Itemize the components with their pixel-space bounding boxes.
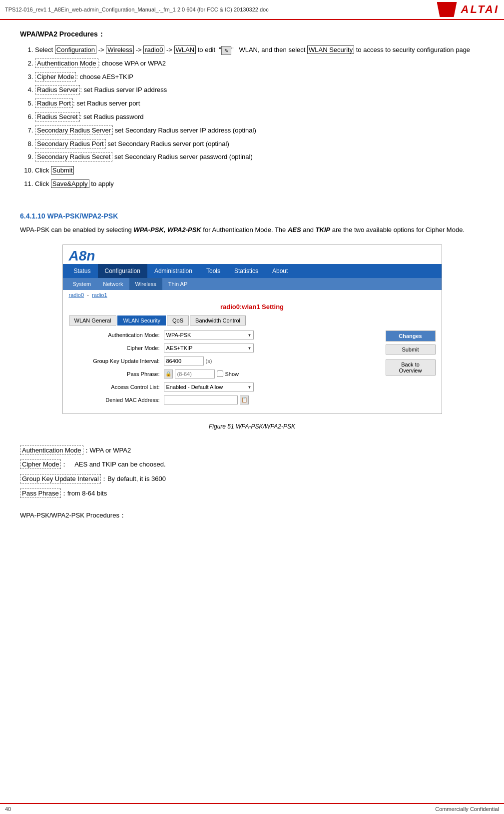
desc-auth-mode-label: Authentication Mode (20, 446, 83, 455)
auth-mode-select-wrapper[interactable]: WPA-PSK WPA WPA2 WPA2-PSK (164, 330, 254, 340)
nav-about[interactable]: About (265, 264, 295, 278)
mockup-tabs[interactable]: WLAN General WLAN Security QoS Bandwidth… (63, 314, 442, 326)
secondary-radius-server-label: Secondary Radius Server (35, 126, 113, 135)
mockup-sidebar: Changes Submit Back to Overview (386, 330, 436, 408)
config-label: Configuration (55, 46, 96, 54)
form-row-denied-mac: Denied MAC Address: 📋 (69, 396, 380, 404)
step-5: Radius Port: set Radius server port (35, 98, 484, 109)
step-2: Authentication Mode: choose WPA or WPA2 (35, 58, 484, 69)
cipher-mode-select-wrapper[interactable]: AES+TKIP AES TKIP (164, 344, 254, 352)
acl-select-wrapper[interactable]: Enabled - Default Allow Disabled Enabled… (164, 382, 254, 392)
bold-tkip: TKIP (316, 226, 331, 234)
figure-caption: Figure 51 WPA-PSK/WPA2-PSK (20, 423, 484, 430)
cipher-mode-control[interactable]: AES+TKIP AES TKIP (164, 344, 254, 352)
group-key-input[interactable] (164, 356, 204, 366)
cipher-mode-label: Cipher Mode (35, 72, 76, 82)
group-key-field-label: Group Key Update Interval: (69, 358, 164, 364)
desc-cipher-mode-label: Cipher Mode (20, 460, 61, 469)
bold-wpa-psk: WPA-PSK, WPA2-PSK (133, 226, 201, 234)
doc-title: TPS12-016_rev1 1_A8Ein_web-admin_Configu… (5, 6, 269, 12)
pass-phrase-input[interactable] (175, 370, 215, 378)
breadcrumb-radio0[interactable]: radio0 (69, 292, 84, 298)
form-row-pass-phrase: Pass Phrase: 🔒 Show (69, 370, 380, 378)
show-pass-label: Show (225, 371, 239, 377)
auth-mode-field-label: Authentication Mode: (69, 332, 164, 338)
mockup-breadcrumb: radio0 - radio1 (63, 290, 442, 300)
desc-pass-phrase: Pass Phrase：from 8-64 bits (20, 488, 484, 499)
mockup-subnav[interactable]: System Network Wireless Thin AP (63, 278, 442, 290)
form-row-acl: Access Control List: Enabled - Default A… (69, 382, 380, 392)
confidential-label: Commercially Confidential (435, 806, 499, 812)
nav-status[interactable]: Status (67, 264, 98, 278)
mockup-body: Authentication Mode: WPA-PSK WPA WPA2 WP… (63, 326, 442, 414)
group-key-unit: (s) (206, 358, 212, 364)
step-8: Secondary Radius Port set Secondary Radi… (35, 139, 484, 150)
step-7: Secondary Radius Server set Secondary Ra… (35, 126, 484, 136)
step-10: Click Submit (35, 166, 484, 176)
radio-label: radio0 (143, 46, 164, 54)
denied-mac-control[interactable]: 📋 (164, 396, 249, 404)
auth-mode-label: Authentication Mode (35, 58, 98, 68)
tab-bandwidth-control[interactable]: Bandwidth Control (190, 316, 246, 326)
desc-group-key: Group Key Update Interval：By default, it… (20, 474, 484, 484)
section-intro-para: WPA-PSK can be enabled by selecting WPA-… (20, 225, 484, 236)
secondary-radius-secret-label: Secondary Radius Secret (35, 152, 112, 162)
edit-icon: ✎ (221, 46, 231, 55)
wlan-security-label: WLAN Security (307, 46, 354, 54)
doc-header: TPS12-016_rev1 1_A8Ein_web-admin_Configu… (0, 0, 504, 20)
subnav-wireless[interactable]: Wireless (129, 278, 162, 290)
page-content: WPA/WPA2 Procedures： Select Configuratio… (0, 20, 504, 536)
radius-secret-label: Radius Secret (35, 112, 80, 122)
acl-control[interactable]: Enabled - Default Allow Disabled Enabled… (164, 382, 254, 392)
cipher-mode-select[interactable]: AES+TKIP AES TKIP (164, 344, 254, 352)
auth-mode-control[interactable]: WPA-PSK WPA WPA2 WPA2-PSK (164, 330, 254, 340)
pass-phrase-control[interactable]: 🔒 Show (164, 370, 239, 378)
denied-mac-field-label: Denied MAC Address: (69, 397, 164, 403)
form-row-group-key: Group Key Update Interval: (s) (69, 356, 380, 366)
page-number: 40 (5, 806, 11, 812)
mockup-logo-bar: A8n (63, 245, 442, 264)
radius-port-label: Radius Port (35, 98, 73, 108)
mockup-page-title: radio0:wlan1 Setting (63, 302, 442, 312)
breadcrumb-separator: - (85, 292, 92, 298)
desc-auth-mode: Authentication Mode：WPA or WPA2 (20, 446, 484, 456)
subnav-network[interactable]: Network (97, 278, 129, 290)
wlan-label: WLAN (174, 46, 196, 54)
nav-configuration[interactable]: Configuration (98, 264, 147, 278)
subnav-thin-ap[interactable]: Thin AP (162, 278, 194, 290)
cipher-mode-field-label: Cipher Mode: (69, 345, 164, 351)
step-6: Radius Secret: set Radius password (35, 112, 484, 122)
desc-pass-phrase-label: Pass Phrase (20, 488, 61, 498)
step-11: Click Save&Apply to apply (35, 179, 484, 190)
show-pass-checkbox[interactable] (217, 370, 223, 377)
radius-server-label: Radius Server (35, 85, 80, 94)
mockup-nav[interactable]: Status Configuration Administration Tool… (63, 264, 442, 278)
steps-list: Select Configuration -> Wireless -> radi… (35, 45, 484, 190)
pass-phrase-icon[interactable]: 🔒 (164, 370, 173, 378)
submit-label: Submit (51, 166, 74, 174)
tab-qos[interactable]: QoS (167, 316, 189, 326)
pass-phrase-field-label: Pass Phrase: (69, 371, 164, 377)
subnav-system[interactable]: System (67, 278, 97, 290)
mac-browse-icon[interactable]: 📋 (240, 396, 249, 404)
acl-select[interactable]: Enabled - Default Allow Disabled Enabled… (164, 382, 254, 392)
tab-wlan-security[interactable]: WLAN Security (117, 316, 166, 326)
a8n-logo: A8n (69, 248, 95, 264)
denied-mac-input[interactable] (164, 396, 238, 404)
mockup-form: Authentication Mode: WPA-PSK WPA WPA2 WP… (69, 330, 380, 408)
submit-button[interactable]: Submit (386, 344, 436, 354)
nav-administration[interactable]: Administration (147, 264, 199, 278)
back-to-overview-button[interactable]: Back to Overview (386, 360, 436, 376)
secondary-radius-port-label: Secondary Radius Port (35, 139, 106, 148)
bold-aes: AES (288, 226, 301, 234)
tab-wlan-general[interactable]: WLAN General (69, 316, 117, 326)
procedures-title: WPA-PSK/WPA2-PSK Procedures： (20, 510, 484, 521)
group-key-control[interactable]: (s) (164, 356, 212, 366)
auth-mode-select[interactable]: WPA-PSK WPA WPA2 WPA2-PSK (164, 330, 254, 340)
nav-statistics[interactable]: Statistics (227, 264, 265, 278)
desc-group-key-label: Group Key Update Interval (20, 474, 101, 484)
step-4: Radius Server: set Radius server IP addr… (35, 85, 484, 96)
nav-tools[interactable]: Tools (199, 264, 227, 278)
breadcrumb-radio1[interactable]: radio1 (92, 292, 107, 298)
page-footer: 40 Commercially Confidential (0, 803, 504, 814)
